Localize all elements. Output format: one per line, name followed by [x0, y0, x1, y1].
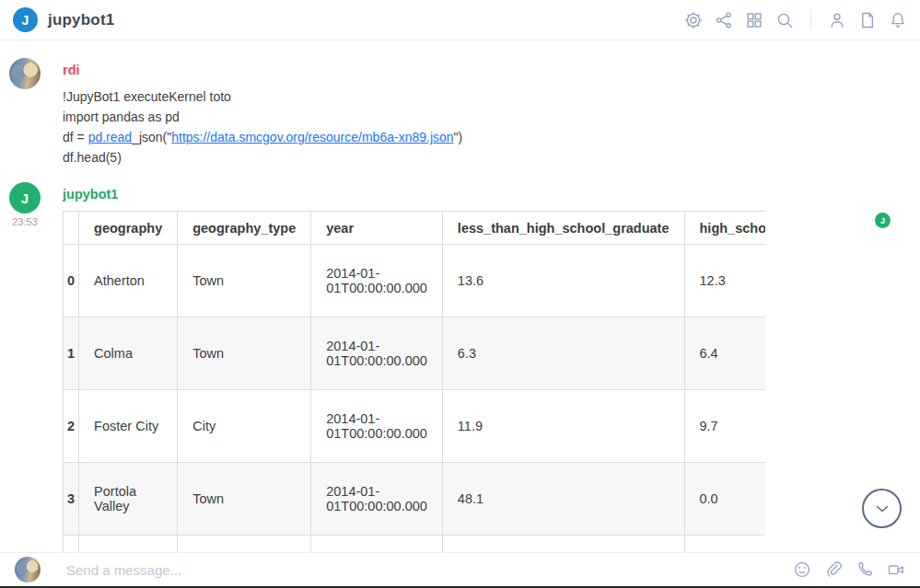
- dataframe-table: geographygeography_typeyearless_than_hig…: [63, 211, 765, 552]
- message-composer: [0, 552, 920, 586]
- phone-icon[interactable]: [856, 560, 874, 579]
- message-line: import pandas as pd: [63, 107, 462, 127]
- table-cell: Atherton: [79, 245, 178, 317]
- table-cell: [684, 536, 765, 553]
- table-cell: 2014-01-01T00:00:00.000: [311, 390, 443, 463]
- avatar-rdi[interactable]: [9, 58, 41, 89]
- table-cell: Town: [178, 317, 311, 390]
- composer-actions: [793, 560, 905, 579]
- message-timestamp: 23:53: [9, 216, 41, 227]
- message-line: df = pd.read_json("https://data.smcgov.o…: [63, 127, 462, 147]
- column-header: geography: [79, 212, 178, 245]
- table-cell: 2: [64, 390, 79, 463]
- code-text: df =: [63, 130, 88, 144]
- table-cell: Town: [178, 245, 311, 317]
- table-cell: [64, 536, 79, 553]
- share-icon[interactable]: [715, 11, 733, 29]
- table-cell: [442, 536, 684, 553]
- column-header: high_school_graduate: [684, 212, 765, 245]
- table-row: 3Portola ValleyTown2014-01-01T00:00:00.0…: [64, 463, 766, 536]
- emoji-icon[interactable]: [793, 560, 811, 579]
- username-rdi[interactable]: rdi: [63, 63, 80, 77]
- table-cell: 12.3: [684, 245, 765, 317]
- code-text: "): [454, 130, 463, 144]
- table-cell: 2014-01-01T00:00:00.000: [311, 463, 443, 536]
- column-header: [64, 212, 79, 245]
- avatar-jupybot1[interactable]: J: [9, 182, 41, 213]
- table-cell: 9.7: [684, 390, 765, 463]
- table-header-row: geographygeography_typeyearless_than_hig…: [64, 212, 766, 245]
- video-icon[interactable]: [887, 560, 905, 579]
- room-title: jupybot1: [48, 11, 114, 29]
- message-line: !JupyBot1 executeKernel toto: [63, 86, 462, 107]
- dataset-url-link[interactable]: https://data.smcgov.org/resource/mb6a-xn…: [171, 130, 453, 144]
- toolbar-divider: [810, 10, 811, 30]
- code-text: _json(": [132, 130, 171, 144]
- table-cell: 2014-01-01T00:00:00.000: [311, 317, 443, 390]
- table-cell: 2014-01-01T00:00:00.000: [311, 245, 443, 317]
- room-avatar: J: [13, 7, 38, 32]
- table-cell: [178, 536, 311, 553]
- message-input[interactable]: [66, 562, 793, 578]
- table-cell: Foster City: [79, 390, 178, 463]
- message-line: df.head(5): [63, 147, 462, 167]
- table-cell: 3: [64, 463, 79, 536]
- column-header: less_than_high_school_graduate: [442, 212, 684, 245]
- header-toolbar: [684, 10, 907, 30]
- table-cell: 48.1: [442, 463, 684, 536]
- table-cell: 11.9: [442, 390, 684, 463]
- pd-read-link[interactable]: pd.read: [88, 130, 132, 144]
- composer-user-avatar: [15, 557, 41, 582]
- dataframe-table-container: geographygeography_typeyearless_than_hig…: [63, 211, 765, 552]
- table-cell: [311, 536, 443, 553]
- table-cell: Town: [178, 463, 311, 536]
- table-cell: 6.3: [442, 317, 684, 390]
- column-header: geography_type: [178, 212, 311, 245]
- table-cell: [79, 536, 178, 553]
- table-cell: Portola Valley: [79, 463, 178, 536]
- column-header: year: [311, 212, 443, 245]
- bell-icon[interactable]: [889, 11, 907, 29]
- file-icon[interactable]: [858, 11, 877, 29]
- table-cell: Colma: [79, 317, 178, 390]
- read-receipt-badge: J: [875, 213, 891, 228]
- table-row: [64, 536, 766, 553]
- table-cell: 0: [64, 245, 79, 317]
- person-icon[interactable]: [828, 11, 846, 29]
- username-jupybot1[interactable]: jupybot1: [63, 187, 118, 202]
- grid-icon[interactable]: [745, 11, 763, 29]
- table-cell: 13.6: [442, 245, 684, 317]
- message-list: rdi !JupyBot1 executeKernel toto import …: [0, 40, 920, 552]
- message-rdi-body: !JupyBot1 executeKernel toto import pand…: [63, 86, 462, 167]
- gear-icon[interactable]: [684, 11, 703, 29]
- chevron-down-icon: [874, 501, 891, 517]
- table-cell: City: [178, 390, 311, 463]
- room-header: J jupybot1: [0, 0, 920, 40]
- attach-icon[interactable]: [824, 560, 843, 579]
- jump-to-bottom-button[interactable]: [862, 489, 902, 528]
- table-cell: 6.4: [684, 317, 765, 390]
- table-cell: 1: [64, 317, 79, 390]
- table-row: 2Foster CityCity2014-01-01T00:00:00.0001…: [64, 390, 766, 463]
- table-cell: 0.0: [684, 463, 765, 536]
- search-icon[interactable]: [775, 11, 794, 29]
- table-row: 0AthertonTown2014-01-01T00:00:00.00013.6…: [64, 245, 766, 317]
- table-row: 1ColmaTown2014-01-01T00:00:00.0006.36.4: [64, 317, 766, 390]
